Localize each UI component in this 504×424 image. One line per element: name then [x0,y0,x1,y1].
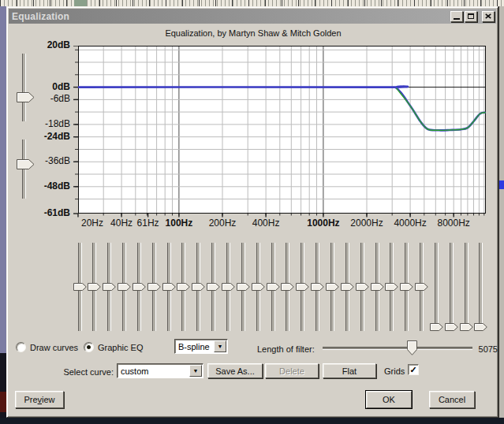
eq-band-slider[interactable] [221,243,236,333]
filter-length-label: Length of filter: [257,344,315,354]
eq-band-slider[interactable] [370,243,385,333]
eq-band-slider[interactable] [73,243,88,333]
select-curve-value: custom [118,366,189,376]
background-scroll-marker [499,180,504,189]
slider-thumb[interactable] [356,283,369,291]
slider-track[interactable] [465,243,469,331]
eq-band-slider[interactable] [191,243,206,333]
slider-thumb[interactable] [326,283,339,291]
draw-curves-radio[interactable] [16,342,26,352]
dialog-titlebar[interactable]: Equalization [9,9,496,24]
slider-track[interactable] [323,347,472,350]
y-axis-tick-label: -61dB [28,207,70,218]
select-curve-select[interactable]: custom [117,363,203,378]
eq-band-slider[interactable] [162,243,177,333]
eq-band-slider[interactable] [280,243,295,333]
slider-thumb[interactable] [474,323,487,331]
maximize-button[interactable] [465,11,477,22]
flat-button[interactable]: Flat [323,363,376,378]
delete-button[interactable]: Delete [265,363,319,378]
minimize-icon [454,18,460,20]
slider-thumb[interactable] [311,283,324,291]
eq-graph[interactable] [72,46,492,218]
eq-band-slider[interactable] [87,243,102,333]
slider-thumb[interactable] [147,283,161,291]
save-as-button[interactable]: Save As... [207,363,263,378]
y-axis-tick-label: -24dB [28,131,70,142]
slider-thumb[interactable] [133,283,146,291]
eq-band-slider[interactable] [414,243,429,333]
eq-band-slider[interactable] [459,243,474,333]
slider-thumb[interactable] [103,283,116,291]
slider-thumb[interactable] [17,92,35,102]
background-left-panel-accent [0,392,6,412]
interpolation-value: B-spline [175,342,214,351]
graphic-eq-radio[interactable] [84,342,94,352]
select-curve-label: Select curve: [31,367,114,377]
slider-thumb[interactable] [400,283,413,291]
slider-track[interactable] [450,243,454,331]
slider-thumb[interactable] [445,323,458,331]
slider-thumb[interactable] [267,283,280,291]
y-axis-tick-label: -18dB [28,118,70,129]
slider-thumb[interactable] [17,159,35,169]
eq-band-slider[interactable] [355,243,370,333]
slider-thumb[interactable] [162,283,176,291]
eq-band-slider[interactable] [384,243,399,333]
eq-band-slider[interactable] [147,243,162,333]
eq-band-slider[interactable] [473,243,488,333]
slider-track[interactable] [479,243,483,331]
x-axis-tick-label: 8000Hz [428,218,479,229]
interpolation-select[interactable]: B-spline [174,339,228,354]
slider-thumb[interactable] [252,283,265,291]
slider-thumb[interactable] [371,283,384,291]
equalization-dialog: Equalization Equalization, by Martyn Sha… [6,6,498,418]
slider-thumb[interactable] [177,283,190,291]
maximize-icon [468,13,474,19]
slider-track[interactable] [435,243,439,331]
slider-thumb[interactable] [460,323,473,331]
close-button[interactable] [482,11,495,22]
slider-thumb[interactable] [385,283,398,291]
eq-band-slider[interactable] [236,243,251,333]
cancel-button[interactable]: Cancel [429,391,475,408]
slider-thumb[interactable] [281,283,294,291]
eq-band-slider[interactable] [340,243,355,333]
ok-button[interactable]: OK [366,391,412,408]
slider-thumb[interactable] [88,283,101,291]
eq-band-slider[interactable] [117,243,132,333]
eq-band-slider[interactable] [325,243,340,333]
eq-band-slider[interactable] [206,243,221,333]
eq-band-slider[interactable] [429,243,444,333]
minimize-button[interactable] [450,11,463,22]
eq-band-slider[interactable] [266,243,281,333]
slider-thumb[interactable] [415,283,428,291]
eq-band-slider[interactable] [295,243,310,333]
slider-track[interactable] [22,54,26,121]
slider-thumb[interactable] [430,323,443,331]
y-axis-tick-label: 0dB [28,81,70,92]
eq-band-slider[interactable] [102,243,117,333]
slider-thumb[interactable] [118,283,131,291]
background-right-panel [498,6,504,418]
slider-thumb[interactable] [207,283,220,291]
eq-band-slider[interactable] [444,243,459,333]
eq-band-slider[interactable] [132,243,147,333]
dropdown-arrow-icon[interactable] [189,365,202,377]
slider-thumb[interactable] [73,283,87,291]
eq-band-slider[interactable] [399,243,414,333]
slider-thumb[interactable] [296,283,309,291]
slider-thumb[interactable] [192,283,205,291]
slider-thumb[interactable] [341,283,354,291]
draw-curves-label[interactable]: Draw curves [30,343,78,352]
eq-band-slider[interactable] [310,243,325,333]
grids-checkbox[interactable] [408,364,419,375]
slider-thumb[interactable] [237,283,250,291]
graphic-eq-label[interactable]: Graphic EQ [98,343,143,352]
dropdown-arrow-icon[interactable] [214,340,226,352]
eq-band-slider[interactable] [251,243,266,333]
preview-button[interactable]: Preview [15,391,64,408]
slider-thumb[interactable] [222,283,235,291]
slider-thumb[interactable] [407,340,417,355]
eq-band-slider[interactable] [176,243,191,333]
